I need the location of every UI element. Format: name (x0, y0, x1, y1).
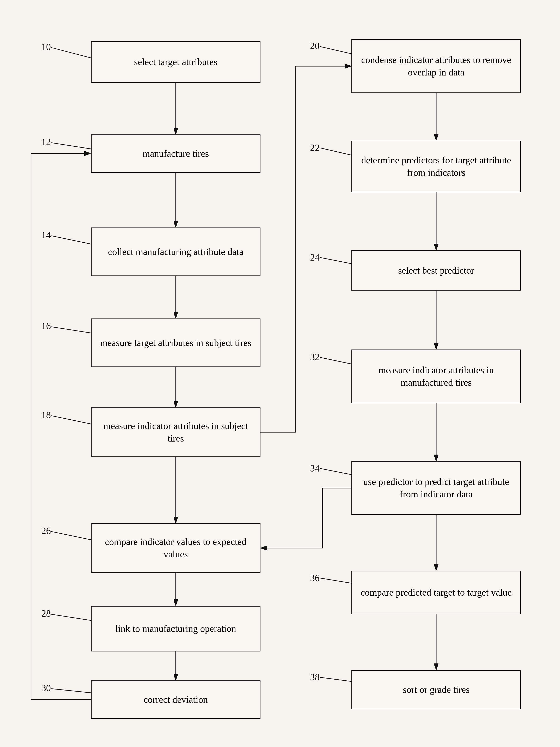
label-34: 34 (310, 463, 320, 474)
box-26-label: compare indicator values to expected val… (97, 536, 255, 561)
box-26: compare indicator values to expected val… (91, 523, 261, 573)
box-24: select best predictor (351, 250, 521, 290)
label-26: 26 (41, 525, 51, 536)
label-16: 16 (41, 320, 51, 332)
svg-line-16 (51, 236, 91, 244)
box-30: correct deviation (91, 680, 261, 719)
svg-line-19 (51, 532, 91, 540)
box-24-label: select best predictor (398, 264, 474, 277)
diagram: select target attributes manufacture tir… (0, 0, 560, 747)
label-10: 10 (41, 41, 51, 52)
box-16-label: measure target attributes in subject tir… (100, 337, 251, 349)
svg-line-22 (320, 47, 351, 54)
svg-line-23 (320, 148, 351, 155)
svg-line-15 (51, 143, 91, 149)
box-10: select target attributes (91, 41, 261, 83)
box-14-label: collect manufacturing attribute data (108, 246, 243, 258)
box-36-label: compare predicted target to target value (361, 586, 512, 599)
svg-line-24 (320, 257, 351, 264)
box-32-label: measure indicator attributes in manufact… (357, 364, 515, 389)
svg-line-27 (320, 578, 351, 583)
box-38-label: sort or grade tires (403, 684, 470, 696)
box-28: link to manufacturing operation (91, 606, 261, 651)
svg-line-20 (51, 614, 91, 620)
label-38: 38 (310, 672, 320, 683)
box-28-label: link to manufacturing operation (115, 622, 236, 635)
svg-line-14 (51, 48, 91, 58)
label-30: 30 (41, 682, 51, 693)
box-14: collect manufacturing attribute data (91, 228, 261, 276)
svg-line-17 (51, 327, 91, 333)
label-20: 20 (310, 40, 320, 51)
label-12: 12 (41, 136, 51, 148)
box-34: use predictor to predict target attribut… (351, 461, 521, 515)
svg-line-21 (51, 689, 91, 693)
box-10-label: select target attributes (134, 56, 217, 68)
svg-line-25 (320, 357, 351, 364)
box-22: determine predictors for target attribut… (351, 140, 521, 192)
box-34-label: use predictor to predict target attribut… (357, 476, 515, 500)
box-18-label: measure indicator attributes in subject … (97, 420, 255, 445)
box-22-label: determine predictors for target attribut… (357, 154, 515, 179)
label-22: 22 (310, 142, 320, 153)
box-18: measure indicator attributes in subject … (91, 407, 261, 457)
box-30-label: correct deviation (144, 693, 208, 706)
label-32: 32 (310, 352, 320, 363)
box-12: manufacture tires (91, 134, 261, 173)
box-20: condense indicator attributes to remove … (351, 39, 521, 93)
label-18: 18 (41, 410, 51, 420)
box-32: measure indicator attributes in manufact… (351, 350, 521, 403)
label-14: 14 (41, 230, 51, 240)
box-16: measure target attributes in subject tir… (91, 318, 261, 367)
svg-line-28 (320, 677, 351, 681)
label-36: 36 (310, 572, 320, 584)
box-12-label: manufacture tires (143, 148, 209, 160)
label-28: 28 (41, 608, 51, 619)
box-38: sort or grade tires (351, 670, 521, 710)
box-20-label: condense indicator attributes to remove … (357, 54, 515, 79)
label-24: 24 (310, 252, 320, 263)
svg-line-26 (320, 468, 351, 474)
svg-line-18 (51, 416, 91, 424)
box-36: compare predicted target to target value (351, 571, 521, 614)
